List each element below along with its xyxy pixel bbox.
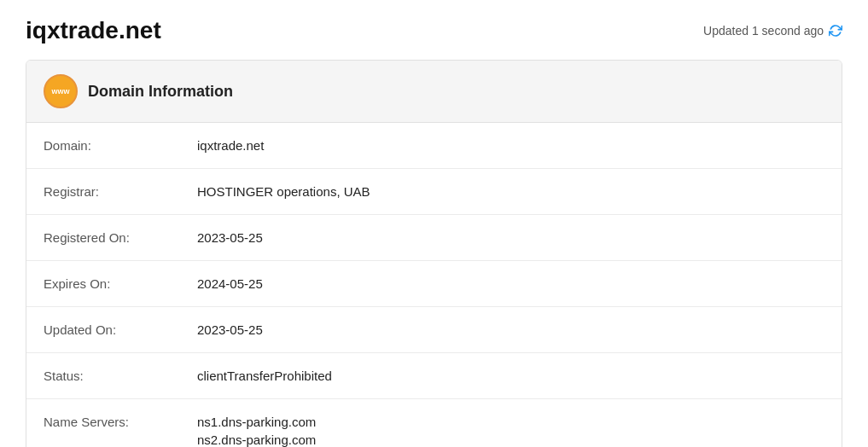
updated-text: Updated 1 second ago (703, 24, 824, 38)
row-value-status: clientTransferProhibited (197, 369, 824, 383)
row-label-registrar: Registrar: (44, 184, 197, 199)
row-label-status: Status: (44, 369, 197, 383)
domain-info-card: www Domain Information Domain: iqxtrade.… (26, 60, 842, 447)
info-table: Domain: iqxtrade.net Registrar: HOSTINGE… (26, 123, 842, 447)
row-label-expires-on: Expires On: (44, 276, 197, 291)
row-value-name-servers: ns1.dns-parking.com ns2.dns-parking.com (197, 415, 824, 447)
row-value-registered-on: 2023-05-25 (197, 230, 824, 245)
table-row: Registrar: HOSTINGER operations, UAB (26, 169, 842, 215)
table-row: Name Servers: ns1.dns-parking.com ns2.dn… (26, 399, 842, 447)
table-row: Status: clientTransferProhibited (26, 353, 842, 399)
name-server-2: ns2.dns-parking.com (197, 432, 824, 447)
row-label-registered-on: Registered On: (44, 230, 197, 245)
card-header-title: Domain Information (88, 83, 233, 101)
row-value-domain: iqxtrade.net (197, 138, 824, 153)
table-row: Registered On: 2023-05-25 (26, 215, 842, 261)
table-row: Expires On: 2024-05-25 (26, 261, 842, 307)
refresh-icon[interactable] (829, 24, 842, 38)
row-value-registrar: HOSTINGER operations, UAB (197, 184, 824, 199)
row-value-updated-on: 2023-05-25 (197, 322, 824, 337)
table-row: Domain: iqxtrade.net (26, 123, 842, 169)
page-title: iqxtrade.net (26, 17, 161, 44)
card-header: www Domain Information (26, 61, 842, 123)
updated-info: Updated 1 second ago (703, 24, 842, 38)
name-server-1: ns1.dns-parking.com (197, 415, 824, 429)
table-row: Updated On: 2023-05-25 (26, 307, 842, 353)
row-value-expires-on: 2024-05-25 (197, 276, 824, 291)
row-label-domain: Domain: (44, 138, 197, 153)
page-header: iqxtrade.net Updated 1 second ago (26, 17, 842, 44)
www-icon: www (44, 74, 78, 108)
row-label-name-servers: Name Servers: (44, 415, 197, 429)
row-label-updated-on: Updated On: (44, 322, 197, 337)
